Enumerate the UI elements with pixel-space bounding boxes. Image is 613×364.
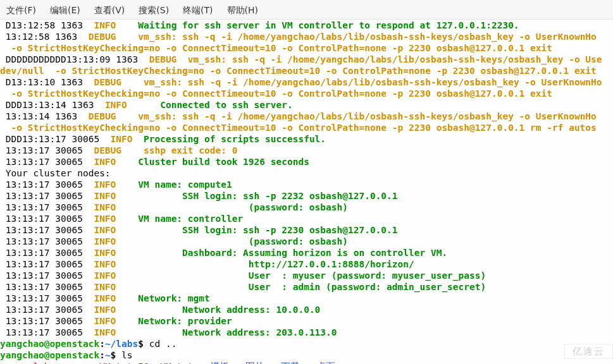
- log-message: http://127.0.0.1:8888/horizon/: [249, 259, 414, 269]
- log-message: Network: mgmt: [138, 293, 210, 303]
- menu-edit[interactable]: 编辑(E): [50, 4, 80, 16]
- log-message: -o StrictHostKeyChecking=no -o ConnectTi…: [0, 123, 597, 133]
- log-message: -o StrictHostKeyChecking=no -o ConnectTi…: [0, 43, 552, 53]
- log-level: INFO: [94, 157, 116, 167]
- prompt-cmd: cd ..: [149, 339, 177, 349]
- log-level: INFO: [94, 191, 116, 201]
- log-message: (password: osbash): [249, 236, 348, 246]
- log-level: DEBUG: [94, 77, 121, 87]
- prompt-line[interactable]: yangchao@openstack:~$ ls: [0, 349, 613, 361]
- terminal-line: DDDDDDDDDDD13:13:09 1363 DEBUG vm_ssh: s…: [0, 54, 613, 65]
- terminal-line: D13:13:10 1363 DEBUG vm_ssh: ssh -q -i /…: [0, 76, 613, 88]
- log-message: vm_ssh: ssh -q -i /home/yangchao/labs/li…: [138, 32, 597, 42]
- terminal-line: 13:13:17 30065 INFO VM name: compute1: [0, 179, 613, 190]
- log-message: vm_ssh: ssh -q -i /home/yangchao/labs/li…: [144, 77, 602, 87]
- terminal-line: 13:13:17 30065 INFO SSH login: ssh -p 22…: [0, 224, 613, 236]
- terminal-line: 13:13:17 30065 INFO Network address: 203…: [0, 327, 613, 338]
- prompt-user: yangchao@openstack: [0, 350, 99, 360]
- log-level: INFO: [94, 316, 116, 326]
- log-level: INFO: [94, 20, 116, 30]
- log-level: INFO: [94, 248, 116, 258]
- prompt-dollar: $: [111, 350, 121, 360]
- log-level: INFO: [105, 100, 127, 110]
- terminal-line: 13:13:17 30065 DEBUG sshp exit code: 0: [0, 145, 613, 156]
- log-level: INFO: [94, 293, 116, 303]
- log-level: INFO: [94, 225, 116, 235]
- menu-terminal[interactable]: 终端(T): [183, 4, 213, 16]
- log-message: vm_ssh: ssh -q -i /home/yangchao/labs/li…: [138, 111, 597, 121]
- log-level: INFO: [94, 202, 116, 212]
- log-level: INFO: [111, 134, 133, 144]
- log-message: (password: osbash): [249, 202, 348, 212]
- terminal-line: 13:13:17 30065 INFO Network address: 10.…: [0, 304, 613, 315]
- log-message: Network: provider: [138, 316, 232, 326]
- log-message: User : admin (password: admin_user_secre…: [249, 282, 486, 292]
- menubar: 文件(F) 编辑(E) 查看(V) 搜索(S) 终端(T) 帮助(H): [0, 0, 613, 20]
- log-message: Processing of scripts successful.: [144, 134, 326, 144]
- log-message: VM name: controller: [138, 214, 243, 224]
- log-level: DEBUG: [94, 145, 121, 155]
- prompt-user: yangchao@openstack: [0, 339, 99, 349]
- terminal-line: DDD13:13:14 1363 INFO Connected to ssh s…: [0, 99, 613, 111]
- log-message: Connected to ssh server.: [160, 100, 293, 110]
- terminal-line: 13:13:17 30065 INFO SSH login: ssh -p 22…: [0, 190, 613, 202]
- prompt-line[interactable]: yangchao@openstack:~/labs$ cd ..: [0, 338, 613, 349]
- log-message: SSH login: ssh -p 2230 osbash@127.0.0.1: [182, 225, 397, 235]
- terminal-line: D13:12:58 1363 INFO Waiting for ssh serv…: [0, 20, 613, 31]
- terminal-line: -o StrictHostKeyChecking=no -o ConnectTi…: [0, 88, 613, 99]
- terminal-line: -o StrictHostKeyChecking=no -o ConnectTi…: [0, 42, 613, 54]
- terminal-line: 13:13:17 30065 INFO Network: mgmt: [0, 293, 613, 304]
- ls-output-line: labs VMstat-IO VMstat 模板 图片 下载 桌面: [0, 361, 613, 364]
- log-level: DEBUG: [149, 54, 177, 64]
- terminal-line: 13:13:17 30065 INFO Network: provider: [0, 315, 613, 327]
- terminal-line: 13:12:58 1363 DEBUG vm_ssh: ssh -q -i /h…: [0, 31, 613, 42]
- terminal-line: 13:13:17 30065 INFO (password: osbash): [0, 202, 613, 213]
- log-level: INFO: [94, 270, 116, 281]
- terminal-line: 13:13:17 30065 INFO http://127.0.0.1:888…: [0, 258, 613, 270]
- terminal-line: dev/null -o StrictHostKeyChecking=no -o …: [0, 65, 613, 76]
- log-message: User : myuser (password: myuser_user_pas…: [249, 270, 486, 281]
- watermark: 亿速云: [564, 344, 613, 359]
- log-message: Waiting for ssh server in VM controller …: [138, 20, 519, 30]
- terminal-line: Your cluster nodes:: [0, 167, 613, 179]
- log-message: dev/null -o StrictHostKeyChecking=no -o …: [0, 66, 597, 76]
- log-message: Network address: 203.0.113.0: [182, 327, 337, 337]
- log-level: DEBUG: [89, 32, 116, 42]
- log-message: Network address: 10.0.0.0: [182, 305, 320, 315]
- log-message: vm_ssh: ssh -q -i /home/yangchao/labs/li…: [188, 54, 602, 64]
- log-message: VM name: compute1: [138, 179, 232, 190]
- terminal-output[interactable]: D13:12:58 1363 INFO Waiting for ssh serv…: [0, 20, 613, 364]
- terminal-line: 13:13:17 30065 INFO User : myuser (passw…: [0, 270, 613, 281]
- log-level: INFO: [94, 236, 116, 246]
- log-level: INFO: [94, 305, 116, 315]
- terminal-line: DDD13:13:17 30065 INFO Processing of scr…: [0, 133, 613, 145]
- menu-search[interactable]: 搜索(S): [139, 4, 169, 16]
- log-level: INFO: [94, 179, 116, 190]
- log-message: Dashboard: Assuming horizon is on contro…: [182, 248, 447, 258]
- terminal-line: 13:13:14 1363 DEBUG vm_ssh: ssh -q -i /h…: [0, 111, 613, 122]
- terminal-line: 13:13:17 30065 INFO User : admin (passwo…: [0, 281, 613, 293]
- prompt-sep: :: [99, 350, 105, 360]
- menu-file[interactable]: 文件(F): [6, 4, 36, 16]
- terminal-line: 13:13:17 30065 INFO (password: osbash): [0, 236, 613, 247]
- log-level: DEBUG: [89, 111, 116, 121]
- log-message: SSH login: ssh -p 2232 osbash@127.0.0.1: [182, 191, 397, 201]
- log-level: INFO: [94, 214, 116, 224]
- log-level: INFO: [94, 327, 116, 337]
- menu-help[interactable]: 帮助(H): [227, 4, 258, 16]
- log-level: INFO: [94, 282, 116, 292]
- terminal-line: 13:13:17 30065 INFO VM name: controller: [0, 213, 613, 224]
- log-level: INFO: [94, 259, 116, 269]
- terminal-line: 13:13:17 30065 INFO Dashboard: Assuming …: [0, 247, 613, 258]
- log-message: Cluster build took 1926 seconds: [138, 157, 309, 167]
- terminal-line: -o StrictHostKeyChecking=no -o ConnectTi…: [0, 122, 613, 133]
- prompt-path: ~: [105, 350, 111, 360]
- menu-view[interactable]: 查看(V): [94, 4, 125, 16]
- log-message: sshp exit code: 0: [144, 145, 237, 155]
- log-message: -o StrictHostKeyChecking=no -o ConnectTi…: [0, 88, 552, 99]
- prompt-dollar: $: [138, 339, 149, 349]
- prompt-path: ~/labs: [105, 339, 138, 349]
- terminal-line: 13:13:17 30065 INFO Cluster build took 1…: [0, 156, 613, 167]
- prompt-sep: :: [99, 339, 105, 349]
- prompt-cmd: ls: [121, 350, 132, 360]
